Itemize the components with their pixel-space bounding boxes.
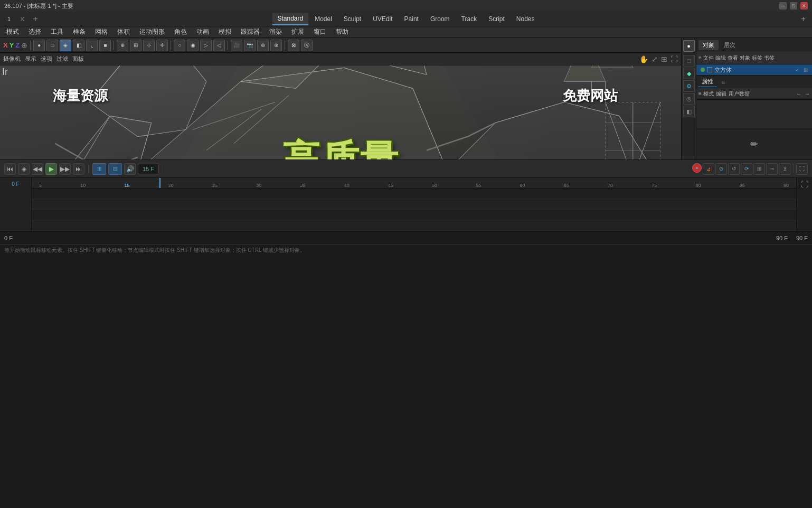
icon-view-mode[interactable]: □ [683,55,695,67]
prop-userdata[interactable]: 用户数据 [729,90,750,98]
menu-tracker[interactable]: 跟踪器 [237,26,264,37]
menu-help[interactable]: 帮助 [332,26,353,37]
prop-back[interactable]: ← [796,91,801,97]
tree-item-cube[interactable]: 立方体 ✓ ⊞ [696,64,812,75]
menu-extend[interactable]: 扩展 [287,26,308,37]
tab-standard[interactable]: Standard [272,13,308,25]
menu-mograph[interactable]: 运动图形 [135,26,169,37]
menu-spline[interactable]: 样条 [69,26,90,37]
tl-expand-btn[interactable]: ⛶ [796,163,808,175]
menu-mesh[interactable]: 网格 [91,26,112,37]
vp-fullscreen-icon[interactable]: ⛶ [671,55,678,63]
tree-visible[interactable]: ⊞ [804,67,808,73]
prop-mode[interactable]: ≡ 模式 [698,90,714,98]
tl-expand-right[interactable]: ⛶ [801,180,808,189]
tab-uvedit[interactable]: UVEdit [367,13,398,25]
tab-right-add[interactable]: + [797,14,810,24]
tl-step-fwd[interactable]: ▶▶ [59,163,71,175]
tl-audio[interactable]: 🔊 [124,163,136,175]
icon-cloner[interactable]: ◆ [683,68,695,79]
vp-options[interactable]: 选项 [41,55,52,63]
vp-filter[interactable]: 过滤 [56,55,68,63]
menu-window[interactable]: 窗口 [309,26,331,37]
tl-range[interactable]: ⊞ [92,163,106,175]
tool-anim2[interactable]: ◁ [213,40,225,51]
tool-move[interactable]: □ [46,40,58,51]
tab-close[interactable]: × [17,13,27,25]
rpt-tag[interactable]: 标签 [752,54,762,62]
tool-scale[interactable]: ◧ [73,40,84,51]
tab-objects[interactable]: 对象 [698,40,719,50]
tl-anim-range[interactable]: ⊟ [108,163,122,175]
icon-generator[interactable]: ◧ [683,106,695,117]
tl-loop-btn[interactable]: ↺ [728,163,740,175]
tl-sync-btn[interactable]: ⟳ [741,163,752,175]
tool-cam3[interactable]: ⊚ [257,40,269,51]
tl-prev-key[interactable]: ◈ [18,163,30,175]
rpt-edit[interactable]: 编辑 [715,54,726,62]
rpt-bookmark[interactable]: 书签 [764,54,775,62]
tl-keyframe-btn[interactable]: ⊿ [703,163,714,175]
tab-1[interactable]: 1 [2,13,16,25]
axis-y-label[interactable]: Y [10,41,14,49]
tool-snap2[interactable]: ⊞ [130,40,141,51]
vp-grid-icon[interactable]: ⊞ [661,55,667,63]
tab-nodes[interactable]: Nodes [511,13,540,25]
menu-select[interactable]: 选择 [24,26,45,37]
tl-step-back[interactable]: ◀◀ [32,163,43,175]
axis-x-label[interactable]: X [3,41,8,49]
tool-snap[interactable]: ⊕ [117,40,128,51]
tl-autokey-btn[interactable]: ⊙ [715,163,727,175]
tool-axis[interactable]: ⊹ [143,40,155,51]
vp-camera[interactable]: 摄像机 [3,55,21,63]
tool-cam2[interactable]: 📷 [244,40,256,51]
tool-dot[interactable]: ◉ [187,40,199,51]
close-button[interactable]: ✕ [800,2,808,10]
tl-tangent-btn[interactable]: ⊻ [779,163,790,175]
coord-icon[interactable]: ⊕ [21,41,27,50]
axis-z-label[interactable]: Z [15,41,20,49]
prop-edit[interactable]: 编辑 [716,90,726,98]
menu-animate[interactable]: 动画 [192,26,213,37]
tab-script[interactable]: Script [483,13,510,25]
tl-goto-start[interactable]: ⏮ [4,163,16,175]
prop-tab-attrib[interactable]: 属性 [698,77,716,87]
menu-volume[interactable]: 体积 [113,26,134,37]
rpt-object[interactable]: 对象 [740,54,750,62]
tool-poly[interactable]: ⌞ [86,40,98,51]
icon-settings[interactable]: ⚙ [683,80,695,92]
tab-paint[interactable]: Paint [399,13,424,25]
tool-select[interactable]: ● [33,40,45,51]
tab-track[interactable]: Track [456,13,483,25]
vp-panel[interactable]: 面板 [72,55,84,63]
tl-goto-end[interactable]: ⏭ [73,163,84,175]
tool-cam5[interactable]: Ⓐ [301,40,313,51]
tool-circle[interactable]: ○ [174,40,185,51]
tab-groom[interactable]: Groom [425,13,455,25]
menu-mode[interactable]: 模式 [2,26,23,37]
menu-simulate[interactable]: 模拟 [214,26,235,37]
tl-path-btn[interactable]: ⊸ [766,163,778,175]
viewport-canvas[interactable]: 海量资源 免费网站 高质量 材质模型下载站 Ir [0,65,681,159]
prop-forward[interactable]: → [805,91,810,97]
tab-model[interactable]: Model [309,13,337,25]
minimize-button[interactable]: ─ [779,2,787,10]
tab-hierarchy[interactable]: 层次 [720,40,740,50]
rpt-file[interactable]: ≡ 文件 [698,54,714,62]
tl-play[interactable]: ▶ [45,163,57,175]
vp-expand-icon[interactable]: ⤢ [652,55,658,63]
menu-tools[interactable]: 工具 [46,26,68,37]
tl-snap-btn[interactable]: ⊞ [753,163,765,175]
prop-tab-more[interactable]: ≡ [719,78,728,86]
pencil-icon[interactable]: ✏ [750,138,758,150]
tool-snap-grid[interactable]: ⊠ [288,40,299,51]
tool-anim[interactable]: ▷ [200,40,212,51]
tool-cam[interactable]: 🎥 [231,40,242,51]
tool-cam4[interactable]: ⊛ [270,40,282,51]
rpt-view[interactable]: 查看 [728,54,738,62]
vp-hand-icon[interactable]: ✋ [639,55,648,63]
maximize-button[interactable]: □ [790,2,797,10]
icon-deformer[interactable]: ◎ [683,93,695,105]
menu-character[interactable]: 角色 [170,26,191,37]
icon-object-mode[interactable]: ● [683,40,695,52]
